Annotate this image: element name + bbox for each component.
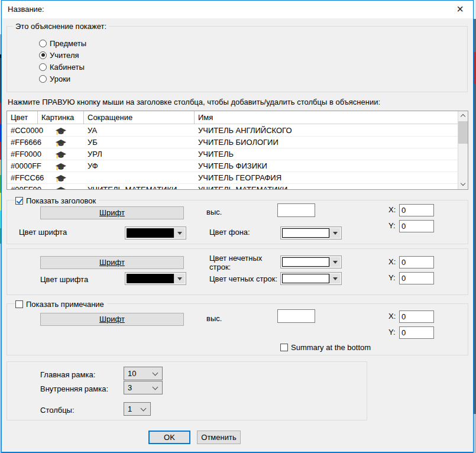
- titlebar: Название: ×: [2, 1, 473, 18]
- rows-x-input[interactable]: [399, 256, 434, 268]
- checkbox-label: Summary at the bottom: [291, 343, 371, 352]
- table-header: Цвет Картинка Сокращение Имя: [7, 111, 468, 124]
- color-swatch: [282, 257, 329, 267]
- checkbox-box[interactable]: [15, 300, 23, 308]
- color-swatch: [282, 228, 329, 238]
- graduation-cap-icon: [38, 172, 84, 184]
- dialog-title: Название:: [8, 1, 44, 18]
- even-rows-color-combo[interactable]: [280, 272, 342, 285]
- dropdown-arrow-icon[interactable]: [329, 274, 340, 283]
- graduation-cap-icon: [38, 125, 84, 137]
- cell-name: УЧИТЕЛЬ ФИЗИКИ: [198, 160, 267, 172]
- dropdown-arrow-icon[interactable]: [329, 228, 340, 238]
- table-row[interactable]: #FF0000УРЛУЧИТЕЛЬ: [7, 148, 458, 160]
- checkbox-box[interactable]: [15, 197, 23, 205]
- chevron-down-icon: [153, 384, 158, 390]
- scrollbar-thumb[interactable]: [458, 121, 468, 144]
- rows-y-label: Y:: [388, 273, 396, 283]
- cell-name: УЧИТЕЛЬ АНГЛИЙСКОГО: [198, 125, 292, 137]
- note-y-input[interactable]: [399, 326, 434, 339]
- table-row[interactable]: #CC0000УАУЧИТЕЛЬ АНГЛИЙСКОГО: [7, 125, 458, 137]
- cell-abbreviation: УБ: [88, 137, 98, 148]
- note-height-label: выс.: [206, 314, 222, 323]
- table-scrollbar[interactable]: [458, 111, 468, 189]
- close-icon[interactable]: ×: [451, 1, 469, 18]
- radio-label: Предметы: [50, 39, 86, 48]
- ok-button[interactable]: OK: [148, 431, 190, 444]
- column-header-name[interactable]: Имя: [195, 111, 458, 124]
- cell-name: УЧИТЕЛЬ МАТЕМАТИКИ: [198, 184, 287, 190]
- combo-value: 3: [128, 383, 132, 392]
- rows-font-color-combo[interactable]: [125, 272, 186, 285]
- table-row[interactable]: #0000FFУФУЧИТЕЛЬ ФИЗИКИ: [7, 160, 458, 172]
- radio-circle-icon[interactable]: [39, 63, 47, 71]
- inner-frame-combo[interactable]: 3: [124, 381, 163, 394]
- note-font-button[interactable]: Шрифт: [40, 313, 184, 326]
- show-header-checkbox[interactable]: Показать заголовок: [15, 196, 99, 205]
- rows-font-color-label: Цвет шрифта: [40, 275, 88, 284]
- note-x-input[interactable]: [399, 310, 434, 323]
- dropdown-arrow-icon[interactable]: [329, 257, 340, 267]
- dialog-window: Название: × Это объяснение покажет: Пред…: [1, 0, 474, 452]
- graduation-cap-icon: [38, 184, 84, 190]
- header-font-color-combo[interactable]: [125, 226, 186, 240]
- combo-value: 10: [128, 369, 136, 378]
- header-x-input[interactable]: [399, 204, 434, 216]
- scroll-up-icon[interactable]: [458, 111, 468, 121]
- header-y-input[interactable]: [399, 220, 434, 232]
- color-swatch: [282, 274, 329, 283]
- show-group-legend: Это объяснение покажет:: [13, 22, 109, 31]
- main-frame-combo[interactable]: 10: [124, 367, 163, 380]
- show-group: Это объяснение покажет: ПредметыУчителяК…: [7, 26, 468, 92]
- inner-frame-label: Внутренняя рамка:: [40, 384, 108, 394]
- column-header-picture[interactable]: Картинка: [38, 111, 84, 124]
- checkbox-label: Показать примечание: [26, 300, 104, 309]
- header-font-color-label: Цвет шрифта: [19, 228, 67, 237]
- header-font-button[interactable]: Шрифт: [40, 206, 184, 219]
- table-row[interactable]: #FFCC66УЧИТЕЛЬ ГЕОГРАФИЯ: [7, 172, 458, 184]
- note-section: Показать примечание Шрифт выс. X: Y: Sum…: [7, 303, 468, 355]
- columns-label: Столбцы:: [40, 406, 75, 415]
- table-row[interactable]: #00FF00УЧИТЕЛЬ МАТЕМАТИКИУЧИТЕЛЬ МАТЕМАТ…: [7, 184, 458, 190]
- radio-circle-icon[interactable]: [39, 51, 47, 59]
- rows-y-input[interactable]: [399, 272, 434, 284]
- screen: Название: × Это объяснение покажет: Пред…: [0, 0, 476, 453]
- note-x-label: X:: [388, 312, 396, 321]
- header-bg-color-label: Цвет фона:: [209, 228, 250, 237]
- header-height-input[interactable]: [277, 203, 315, 217]
- header-height-label: выс.: [206, 208, 222, 217]
- frames-section: Главная рамка: 10 Внутренняя рамка: 3 Ст…: [7, 361, 367, 420]
- odd-rows-color-combo[interactable]: [280, 255, 342, 268]
- radio-circle-icon[interactable]: [39, 40, 47, 47]
- chevron-down-icon: [141, 406, 147, 412]
- column-header-color[interactable]: Цвет: [7, 111, 38, 124]
- radio-option-3[interactable]: Кабинеты: [39, 62, 85, 72]
- cell-name: УЧИТЕЛЬ ГЕОГРАФИЯ: [198, 172, 281, 184]
- note-height-input[interactable]: [277, 309, 315, 323]
- checkbox-box[interactable]: [280, 344, 288, 351]
- show-note-checkbox[interactable]: Показать примечание: [15, 299, 107, 309]
- columns-combo[interactable]: 1: [124, 402, 151, 416]
- graduation-cap-icon: [38, 160, 84, 172]
- scroll-down-icon[interactable]: [458, 180, 468, 189]
- cell-color-hex: #FF0000: [11, 148, 41, 160]
- column-header-abbr[interactable]: Сокращение: [84, 111, 195, 124]
- even-rows-label: Цвет четных строк:: [209, 274, 277, 284]
- table-row[interactable]: #FF6666УБУЧИТЕЛЬ БИОЛОГИИ: [7, 137, 458, 148]
- header-bg-color-combo[interactable]: [280, 226, 342, 240]
- cancel-button[interactable]: Отменить: [197, 431, 241, 444]
- radio-option-2[interactable]: Учителя: [39, 50, 79, 60]
- cell-color-hex: #FF6666: [11, 137, 41, 148]
- header-x-label: X:: [388, 205, 396, 215]
- color-swatch: [127, 274, 174, 283]
- dropdown-arrow-icon[interactable]: [174, 274, 184, 283]
- radio-circle-icon[interactable]: [39, 75, 47, 83]
- radio-option-1[interactable]: Предметы: [39, 38, 86, 48]
- radio-label: Кабинеты: [50, 63, 85, 72]
- rows-font-button[interactable]: Шрифт: [40, 256, 184, 269]
- dropdown-arrow-icon[interactable]: [174, 228, 184, 238]
- cell-abbreviation: УЧИТЕЛЬ МАТЕМАТИКИ: [88, 184, 177, 190]
- summary-at-bottom-checkbox[interactable]: Summary at the bottom: [280, 342, 374, 352]
- radio-option-4[interactable]: Уроки: [39, 74, 70, 83]
- main-frame-label: Главная рамка:: [40, 370, 95, 380]
